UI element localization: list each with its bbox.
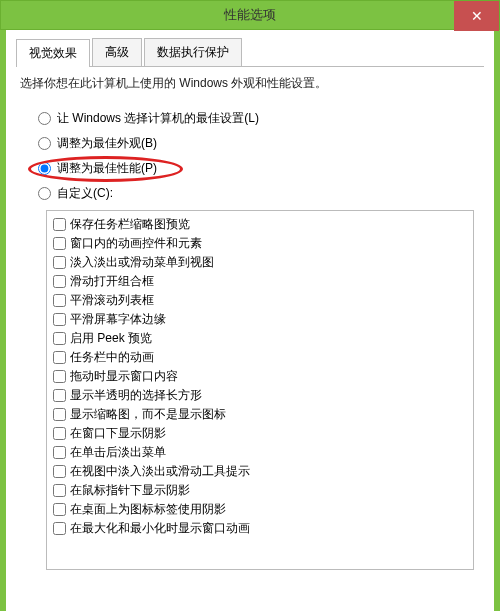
radio-input-0[interactable] bbox=[38, 112, 51, 125]
close-button[interactable]: ✕ bbox=[454, 1, 499, 31]
checkbox-14[interactable] bbox=[53, 484, 66, 497]
checkbox-12[interactable] bbox=[53, 446, 66, 459]
checkbox-label-6[interactable]: 启用 Peek 预览 bbox=[70, 330, 152, 347]
checkbox-label-4[interactable]: 平滑滚动列表框 bbox=[70, 292, 154, 309]
radio-label-3[interactable]: 自定义(C): bbox=[57, 185, 113, 202]
checkbox-label-12[interactable]: 在单击后淡出菜单 bbox=[70, 444, 166, 461]
tab-row: 视觉效果高级数据执行保护 bbox=[16, 38, 484, 67]
checkbox-1[interactable] bbox=[53, 237, 66, 250]
check-item-7: 任务栏中的动画 bbox=[51, 348, 469, 367]
checkbox-label-1[interactable]: 窗口内的动画控件和元素 bbox=[70, 235, 202, 252]
window-title: 性能选项 bbox=[224, 6, 276, 24]
check-item-3: 滑动打开组合框 bbox=[51, 272, 469, 291]
checkbox-15[interactable] bbox=[53, 503, 66, 516]
check-item-5: 平滑屏幕字体边缘 bbox=[51, 310, 469, 329]
check-item-4: 平滑滚动列表框 bbox=[51, 291, 469, 310]
radio-group: 让 Windows 选择计算机的最佳设置(L)调整为最佳外观(B)调整为最佳性能… bbox=[38, 110, 484, 202]
checkbox-0[interactable] bbox=[53, 218, 66, 231]
titlebar: 性能选项 ✕ bbox=[0, 0, 500, 30]
check-item-6: 启用 Peek 预览 bbox=[51, 329, 469, 348]
checkbox-label-2[interactable]: 淡入淡出或滑动菜单到视图 bbox=[70, 254, 214, 271]
check-item-13: 在视图中淡入淡出或滑动工具提示 bbox=[51, 462, 469, 481]
radio-label-1[interactable]: 调整为最佳外观(B) bbox=[57, 135, 157, 152]
checkbox-list: 保存任务栏缩略图预览窗口内的动画控件和元素淡入淡出或滑动菜单到视图滑动打开组合框… bbox=[46, 210, 474, 570]
checkbox-label-3[interactable]: 滑动打开组合框 bbox=[70, 273, 154, 290]
radio-item-0: 让 Windows 选择计算机的最佳设置(L) bbox=[38, 110, 484, 127]
radio-item-3: 自定义(C): bbox=[38, 185, 484, 202]
checkbox-7[interactable] bbox=[53, 351, 66, 364]
radio-input-2[interactable] bbox=[38, 162, 51, 175]
check-item-16: 在最大化和最小化时显示窗口动画 bbox=[51, 519, 469, 538]
checkbox-8[interactable] bbox=[53, 370, 66, 383]
checkbox-6[interactable] bbox=[53, 332, 66, 345]
radio-item-1: 调整为最佳外观(B) bbox=[38, 135, 484, 152]
check-item-1: 窗口内的动画控件和元素 bbox=[51, 234, 469, 253]
check-item-9: 显示半透明的选择长方形 bbox=[51, 386, 469, 405]
checkbox-11[interactable] bbox=[53, 427, 66, 440]
check-item-12: 在单击后淡出菜单 bbox=[51, 443, 469, 462]
tab-1[interactable]: 高级 bbox=[92, 38, 142, 66]
checkbox-label-16[interactable]: 在最大化和最小化时显示窗口动画 bbox=[70, 520, 250, 537]
checkbox-label-15[interactable]: 在桌面上为图标标签使用阴影 bbox=[70, 501, 226, 518]
checkbox-3[interactable] bbox=[53, 275, 66, 288]
radio-item-2: 调整为最佳性能(P) bbox=[38, 160, 484, 177]
checkbox-label-9[interactable]: 显示半透明的选择长方形 bbox=[70, 387, 202, 404]
checkbox-label-8[interactable]: 拖动时显示窗口内容 bbox=[70, 368, 178, 385]
checkbox-label-10[interactable]: 显示缩略图，而不是显示图标 bbox=[70, 406, 226, 423]
checkbox-16[interactable] bbox=[53, 522, 66, 535]
check-item-8: 拖动时显示窗口内容 bbox=[51, 367, 469, 386]
radio-label-0[interactable]: 让 Windows 选择计算机的最佳设置(L) bbox=[57, 110, 259, 127]
checkbox-label-5[interactable]: 平滑屏幕字体边缘 bbox=[70, 311, 166, 328]
radio-input-3[interactable] bbox=[38, 187, 51, 200]
checkbox-2[interactable] bbox=[53, 256, 66, 269]
checkbox-label-7[interactable]: 任务栏中的动画 bbox=[70, 349, 154, 366]
checkbox-label-11[interactable]: 在窗口下显示阴影 bbox=[70, 425, 166, 442]
check-item-2: 淡入淡出或滑动菜单到视图 bbox=[51, 253, 469, 272]
radio-input-1[interactable] bbox=[38, 137, 51, 150]
check-item-0: 保存任务栏缩略图预览 bbox=[51, 215, 469, 234]
tab-2[interactable]: 数据执行保护 bbox=[144, 38, 242, 66]
checkbox-13[interactable] bbox=[53, 465, 66, 478]
checkbox-label-14[interactable]: 在鼠标指针下显示阴影 bbox=[70, 482, 190, 499]
check-item-15: 在桌面上为图标标签使用阴影 bbox=[51, 500, 469, 519]
window-body: 视觉效果高级数据执行保护 选择你想在此计算机上使用的 Windows 外观和性能… bbox=[0, 30, 500, 611]
check-item-10: 显示缩略图，而不是显示图标 bbox=[51, 405, 469, 424]
checkbox-10[interactable] bbox=[53, 408, 66, 421]
checkbox-label-13[interactable]: 在视图中淡入淡出或滑动工具提示 bbox=[70, 463, 250, 480]
checkbox-9[interactable] bbox=[53, 389, 66, 402]
checkbox-4[interactable] bbox=[53, 294, 66, 307]
checkbox-label-0[interactable]: 保存任务栏缩略图预览 bbox=[70, 216, 190, 233]
checkbox-5[interactable] bbox=[53, 313, 66, 326]
tab-0[interactable]: 视觉效果 bbox=[16, 39, 90, 67]
close-icon: ✕ bbox=[471, 8, 483, 24]
radio-label-2[interactable]: 调整为最佳性能(P) bbox=[57, 160, 157, 177]
check-item-11: 在窗口下显示阴影 bbox=[51, 424, 469, 443]
description-text: 选择你想在此计算机上使用的 Windows 外观和性能设置。 bbox=[20, 75, 480, 92]
check-item-14: 在鼠标指针下显示阴影 bbox=[51, 481, 469, 500]
